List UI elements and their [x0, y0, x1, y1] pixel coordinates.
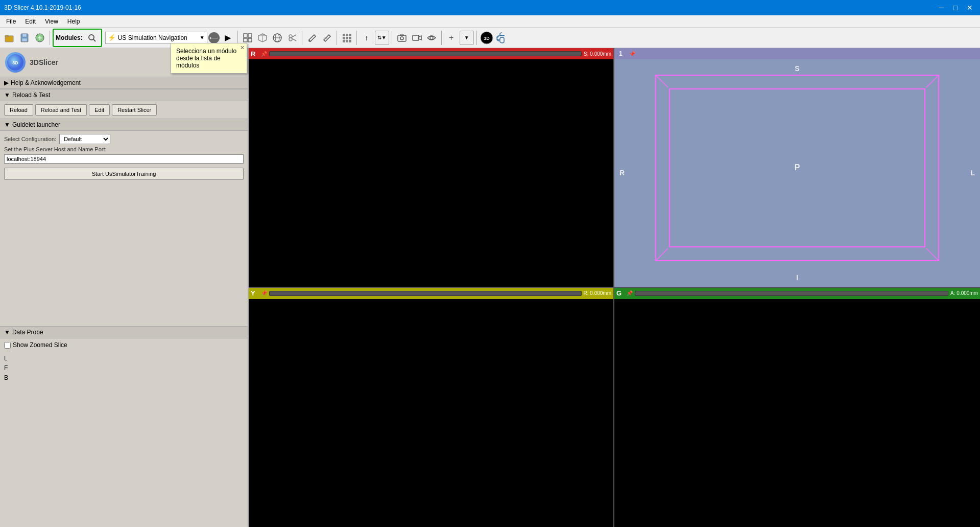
logo-text: 3DSlicer	[30, 58, 58, 66]
separator-3	[302, 31, 302, 45]
toolbar: + Modules: ⚡ US Simulation Navigation ▼ …	[0, 28, 980, 48]
svg-rect-9	[244, 34, 247, 37]
arrow-up-icon[interactable]: ↑	[360, 31, 374, 45]
svg-rect-29	[343, 37, 345, 39]
vp-yellow-letter: Y	[251, 289, 259, 297]
data-probe-content: Show Zoomed Slice L F B	[0, 338, 248, 388]
plus-server-input[interactable]	[4, 154, 244, 164]
ruler-icon[interactable]	[320, 31, 334, 45]
guidelet-section-header[interactable]: ▼ Guidelet launcher	[0, 119, 248, 131]
edit-button[interactable]: Edit	[89, 104, 110, 116]
vp-red-canvas	[249, 59, 613, 287]
menu-help[interactable]: Help	[63, 17, 84, 26]
slicer-icon[interactable]: 3D	[480, 31, 494, 45]
save-icon[interactable]	[17, 31, 32, 45]
dropdown-arrows-icon[interactable]: ⇅▼	[375, 31, 389, 45]
plus-dropdown-icon[interactable]: ▼	[460, 31, 474, 45]
tooltip-text: Selecciona un módulo desde la lista de m…	[176, 48, 236, 69]
modules-area: Modules:	[53, 29, 102, 47]
label-I: I	[796, 273, 798, 282]
svg-rect-12	[248, 38, 252, 42]
start-us-simulator-button[interactable]: Start UsSimulatorTraining	[4, 168, 244, 180]
vp-green-slider[interactable]	[635, 291, 948, 296]
reload-test-section-header[interactable]: ▼ Reload & Test	[0, 89, 248, 101]
guidelet-label: Guidelet launcher	[12, 121, 60, 128]
menu-edit[interactable]: Edit	[21, 17, 40, 26]
tooltip-close-icon[interactable]: ✕	[240, 44, 245, 51]
separator-6	[392, 31, 392, 45]
vp-red-letter: R	[251, 50, 259, 58]
menu-file[interactable]: File	[2, 17, 20, 26]
show-zoomed-checkbox[interactable]	[4, 342, 11, 349]
eye-icon[interactable]	[424, 31, 439, 45]
show-zoomed-row: Show Zoomed Slice	[4, 341, 244, 349]
collapse-arrow: ▶	[4, 79, 9, 86]
add-data-icon[interactable]: +	[33, 31, 47, 45]
scissors-icon[interactable]	[285, 31, 299, 45]
modules-label: Modules:	[56, 34, 83, 41]
main-container: 3D 3DSlicer ▶ Help & Acknowledgement ▼ R…	[0, 48, 980, 527]
video-icon[interactable]	[410, 31, 424, 45]
vp-yellow-slider[interactable]	[269, 291, 582, 296]
help-section-header[interactable]: ▶ Help & Acknowledgement	[0, 77, 248, 89]
guidelet-arrow: ▼	[4, 121, 10, 128]
view-icons	[241, 31, 299, 45]
spacer	[0, 183, 248, 326]
separator-7	[441, 31, 442, 45]
svg-point-40	[430, 36, 433, 39]
probe-l: L	[4, 354, 244, 363]
svg-marker-39	[419, 36, 421, 40]
close-button[interactable]: ✕	[964, 2, 976, 14]
plus-icon[interactable]: +	[444, 31, 459, 45]
restart-slicer-button[interactable]: Restart Slicer	[112, 104, 157, 116]
config-label: Select Configuration:	[4, 136, 56, 142]
svg-rect-11	[244, 38, 247, 42]
viewport-purple: 1 📌 S R L I P	[614, 48, 980, 288]
plus-server-label: Set the Plus Server Host and Name Port:	[4, 146, 107, 152]
data-probe-section-header[interactable]: ▼ Data Probe	[0, 326, 248, 338]
probe-f: F	[4, 363, 244, 373]
3d-cube-icon[interactable]	[255, 31, 270, 45]
config-row: Select Configuration: Default	[4, 134, 244, 144]
vp-yellow-pin: 📌	[261, 290, 267, 296]
module-search-icon[interactable]	[85, 31, 99, 45]
grid-icon[interactable]	[340, 31, 354, 45]
svg-text:3D: 3D	[484, 36, 490, 41]
pencil-icon[interactable]	[305, 31, 319, 45]
svg-rect-27	[346, 34, 348, 36]
svg-point-36	[400, 37, 403, 40]
config-select[interactable]: Default	[59, 134, 110, 144]
data-probe-arrow: ▼	[4, 329, 10, 336]
label-S: S	[795, 64, 799, 73]
reload-button[interactable]: Reload	[4, 104, 33, 116]
open-folder-icon[interactable]	[2, 31, 16, 45]
help-section-label: Help & Acknowledgement	[11, 79, 81, 86]
menu-bar: File Edit View Help	[0, 15, 980, 28]
plus-server-row: Set the Plus Server Host and Name Port:	[4, 146, 244, 152]
modules-dropdown[interactable]: ⚡ US Simulation Navigation ▼	[105, 32, 207, 44]
label-L: L	[970, 169, 975, 177]
svg-rect-1	[5, 35, 9, 37]
vp-red-pin: 📌	[261, 51, 267, 57]
earth-icon[interactable]	[270, 31, 284, 45]
nav-back-icon[interactable]: ⟵	[208, 32, 220, 43]
separator-8	[476, 31, 477, 45]
plus-server-input-row	[4, 154, 244, 164]
vp-purple-pin: 📌	[629, 51, 635, 57]
viewport-yellow-header: Y 📌 R: 0.000mm	[249, 288, 613, 299]
minimize-button[interactable]: ─	[935, 2, 947, 14]
label-R: R	[619, 169, 625, 177]
screenshot-icon[interactable]	[395, 31, 409, 45]
probe-b: B	[4, 373, 244, 383]
python-icon[interactable]	[495, 31, 509, 45]
svg-rect-38	[413, 35, 419, 40]
vp-red-slider[interactable]	[269, 51, 582, 56]
inner-anatomy-box: P	[669, 88, 925, 247]
logo-icon: 3D	[5, 52, 26, 73]
maximize-button[interactable]: □	[949, 2, 962, 14]
vp-green-letter: G	[616, 289, 625, 297]
menu-view[interactable]: View	[41, 17, 62, 26]
svg-rect-31	[349, 37, 351, 39]
reload-and-test-button[interactable]: Reload and Test	[35, 104, 87, 116]
svg-text:3D: 3D	[12, 60, 18, 65]
